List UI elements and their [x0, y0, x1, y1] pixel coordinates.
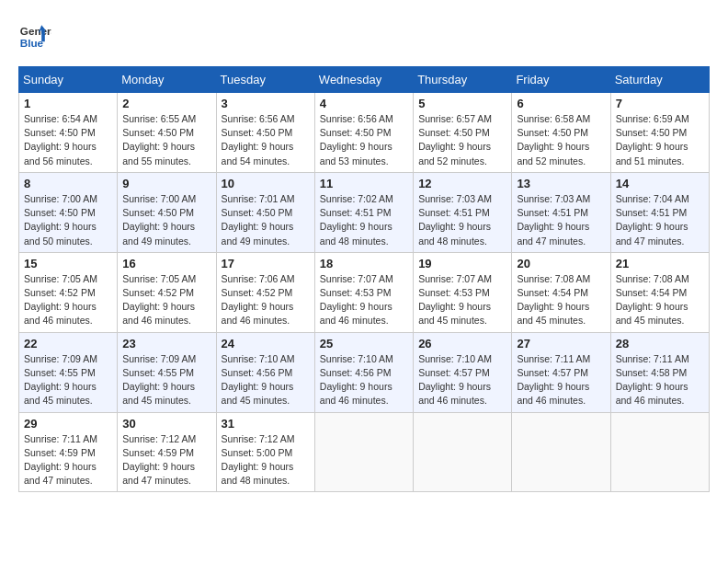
day-info: Sunrise: 7:00 AMSunset: 4:50 PMDaylight:…	[24, 192, 112, 248]
day-info: Sunrise: 6:54 AMSunset: 4:50 PMDaylight:…	[24, 112, 112, 168]
day-info: Sunrise: 7:07 AMSunset: 4:53 PMDaylight:…	[320, 272, 408, 328]
svg-text:Blue: Blue	[20, 37, 44, 49]
calendar-cell: 2Sunrise: 6:55 AMSunset: 4:50 PMDaylight…	[118, 93, 216, 173]
day-number: 11	[320, 177, 408, 190]
day-number: 13	[517, 177, 605, 190]
calendar-cell: 26Sunrise: 7:10 AMSunset: 4:57 PMDayligh…	[414, 332, 512, 412]
day-info: Sunrise: 6:58 AMSunset: 4:50 PMDaylight:…	[517, 112, 605, 168]
day-info: Sunrise: 6:59 AMSunset: 4:50 PMDaylight:…	[616, 112, 704, 168]
calendar-week-1: 1Sunrise: 6:54 AMSunset: 4:50 PMDaylight…	[19, 93, 710, 173]
calendar-cell: 18Sunrise: 7:07 AMSunset: 4:53 PMDayligh…	[314, 252, 413, 332]
day-info: Sunrise: 7:03 AMSunset: 4:51 PMDaylight:…	[517, 192, 605, 248]
day-info: Sunrise: 7:06 AMSunset: 4:52 PMDaylight:…	[222, 272, 310, 328]
calendar-cell: 6Sunrise: 6:58 AMSunset: 4:50 PMDaylight…	[512, 93, 610, 173]
day-info: Sunrise: 7:02 AMSunset: 4:51 PMDaylight:…	[320, 192, 408, 248]
calendar-cell: 14Sunrise: 7:04 AMSunset: 4:51 PMDayligh…	[610, 172, 709, 252]
day-info: Sunrise: 7:03 AMSunset: 4:51 PMDaylight:…	[418, 192, 506, 248]
day-number: 4	[320, 97, 408, 110]
day-info: Sunrise: 7:10 AMSunset: 4:57 PMDaylight:…	[418, 352, 506, 408]
day-number: 18	[320, 257, 408, 270]
day-number: 10	[222, 177, 310, 190]
day-number: 12	[418, 177, 506, 190]
calendar-cell: 4Sunrise: 6:56 AMSunset: 4:50 PMDaylight…	[314, 93, 413, 173]
calendar-cell: 19Sunrise: 7:07 AMSunset: 4:53 PMDayligh…	[414, 252, 512, 332]
calendar-cell: 13Sunrise: 7:03 AMSunset: 4:51 PMDayligh…	[512, 172, 610, 252]
calendar-cell: 9Sunrise: 7:00 AMSunset: 4:50 PMDaylight…	[118, 172, 216, 252]
calendar-cell: 15Sunrise: 7:05 AMSunset: 4:52 PMDayligh…	[19, 252, 118, 332]
day-number: 1	[24, 97, 112, 110]
calendar-week-2: 8Sunrise: 7:00 AMSunset: 4:50 PMDaylight…	[19, 172, 710, 252]
calendar-week-3: 15Sunrise: 7:05 AMSunset: 4:52 PMDayligh…	[19, 252, 710, 332]
calendar-cell	[512, 412, 610, 492]
day-info: Sunrise: 7:10 AMSunset: 4:56 PMDaylight:…	[222, 352, 310, 408]
calendar-cell: 5Sunrise: 6:57 AMSunset: 4:50 PMDaylight…	[414, 93, 512, 173]
day-number: 29	[24, 417, 112, 431]
calendar-cell: 8Sunrise: 7:00 AMSunset: 4:50 PMDaylight…	[19, 172, 118, 252]
day-number: 3	[222, 97, 310, 110]
day-info: Sunrise: 7:11 AMSunset: 4:57 PMDaylight:…	[517, 352, 605, 408]
calendar-cell: 7Sunrise: 6:59 AMSunset: 4:50 PMDaylight…	[610, 93, 709, 173]
day-info: Sunrise: 7:12 AMSunset: 5:00 PMDaylight:…	[222, 432, 310, 488]
logo: General Blue	[18, 18, 51, 52]
logo-icon: General Blue	[18, 18, 51, 52]
calendar-cell: 28Sunrise: 7:11 AMSunset: 4:58 PMDayligh…	[610, 332, 709, 412]
day-info: Sunrise: 7:11 AMSunset: 4:59 PMDaylight:…	[24, 432, 112, 488]
calendar-header-row: SundayMondayTuesdayWednesdayThursdayFrid…	[19, 67, 710, 93]
day-number: 17	[222, 257, 310, 270]
day-info: Sunrise: 6:57 AMSunset: 4:50 PMDaylight:…	[418, 112, 506, 168]
calendar-cell: 10Sunrise: 7:01 AMSunset: 4:50 PMDayligh…	[216, 172, 314, 252]
day-number: 31	[222, 417, 310, 431]
day-info: Sunrise: 7:00 AMSunset: 4:50 PMDaylight:…	[122, 192, 210, 248]
calendar-cell: 12Sunrise: 7:03 AMSunset: 4:51 PMDayligh…	[414, 172, 512, 252]
calendar-cell: 30Sunrise: 7:12 AMSunset: 4:59 PMDayligh…	[118, 412, 216, 492]
day-number: 2	[122, 97, 210, 110]
weekday-header-wednesday: Wednesday	[314, 67, 413, 93]
calendar-cell: 27Sunrise: 7:11 AMSunset: 4:57 PMDayligh…	[512, 332, 610, 412]
day-number: 22	[24, 337, 112, 350]
calendar-cell: 3Sunrise: 6:56 AMSunset: 4:50 PMDaylight…	[216, 93, 314, 173]
day-info: Sunrise: 7:01 AMSunset: 4:50 PMDaylight:…	[222, 192, 310, 248]
day-info: Sunrise: 7:09 AMSunset: 4:55 PMDaylight:…	[122, 352, 210, 408]
day-number: 28	[616, 337, 704, 350]
day-info: Sunrise: 7:04 AMSunset: 4:51 PMDaylight:…	[616, 192, 704, 248]
calendar-week-5: 29Sunrise: 7:11 AMSunset: 4:59 PMDayligh…	[19, 412, 710, 492]
weekday-header-sunday: Sunday	[19, 67, 118, 93]
weekday-header-monday: Monday	[118, 67, 216, 93]
calendar-table: SundayMondayTuesdayWednesdayThursdayFrid…	[18, 66, 710, 492]
calendar-cell: 20Sunrise: 7:08 AMSunset: 4:54 PMDayligh…	[512, 252, 610, 332]
day-info: Sunrise: 7:05 AMSunset: 4:52 PMDaylight:…	[24, 272, 112, 328]
calendar-cell: 24Sunrise: 7:10 AMSunset: 4:56 PMDayligh…	[216, 332, 314, 412]
day-info: Sunrise: 7:05 AMSunset: 4:52 PMDaylight:…	[122, 272, 210, 328]
day-number: 20	[517, 257, 605, 270]
day-info: Sunrise: 7:09 AMSunset: 4:55 PMDaylight:…	[24, 352, 112, 408]
calendar-cell: 25Sunrise: 7:10 AMSunset: 4:56 PMDayligh…	[314, 332, 413, 412]
calendar-cell: 31Sunrise: 7:12 AMSunset: 5:00 PMDayligh…	[216, 412, 314, 492]
day-number: 21	[616, 257, 704, 270]
day-number: 15	[24, 257, 112, 270]
day-number: 30	[122, 417, 210, 431]
calendar-cell: 17Sunrise: 7:06 AMSunset: 4:52 PMDayligh…	[216, 252, 314, 332]
day-number: 7	[616, 97, 704, 110]
day-info: Sunrise: 6:56 AMSunset: 4:50 PMDaylight:…	[222, 112, 310, 168]
day-number: 5	[418, 97, 506, 110]
day-info: Sunrise: 7:12 AMSunset: 4:59 PMDaylight:…	[122, 432, 210, 488]
day-info: Sunrise: 7:08 AMSunset: 4:54 PMDaylight:…	[616, 272, 704, 328]
weekday-header-tuesday: Tuesday	[216, 67, 314, 93]
day-info: Sunrise: 6:56 AMSunset: 4:50 PMDaylight:…	[320, 112, 408, 168]
weekday-header-friday: Friday	[512, 67, 610, 93]
calendar-cell: 21Sunrise: 7:08 AMSunset: 4:54 PMDayligh…	[610, 252, 709, 332]
weekday-header-thursday: Thursday	[414, 67, 512, 93]
day-info: Sunrise: 7:10 AMSunset: 4:56 PMDaylight:…	[320, 352, 408, 408]
day-number: 23	[122, 337, 210, 350]
calendar-cell: 11Sunrise: 7:02 AMSunset: 4:51 PMDayligh…	[314, 172, 413, 252]
day-info: Sunrise: 7:07 AMSunset: 4:53 PMDaylight:…	[418, 272, 506, 328]
page-header: General Blue	[18, 18, 710, 52]
day-info: Sunrise: 6:55 AMSunset: 4:50 PMDaylight:…	[122, 112, 210, 168]
calendar-cell	[610, 412, 709, 492]
calendar-cell: 16Sunrise: 7:05 AMSunset: 4:52 PMDayligh…	[118, 252, 216, 332]
day-number: 26	[418, 337, 506, 350]
day-number: 19	[418, 257, 506, 270]
calendar-cell: 1Sunrise: 6:54 AMSunset: 4:50 PMDaylight…	[19, 93, 118, 173]
day-number: 8	[24, 177, 112, 190]
svg-text:General: General	[20, 25, 51, 37]
